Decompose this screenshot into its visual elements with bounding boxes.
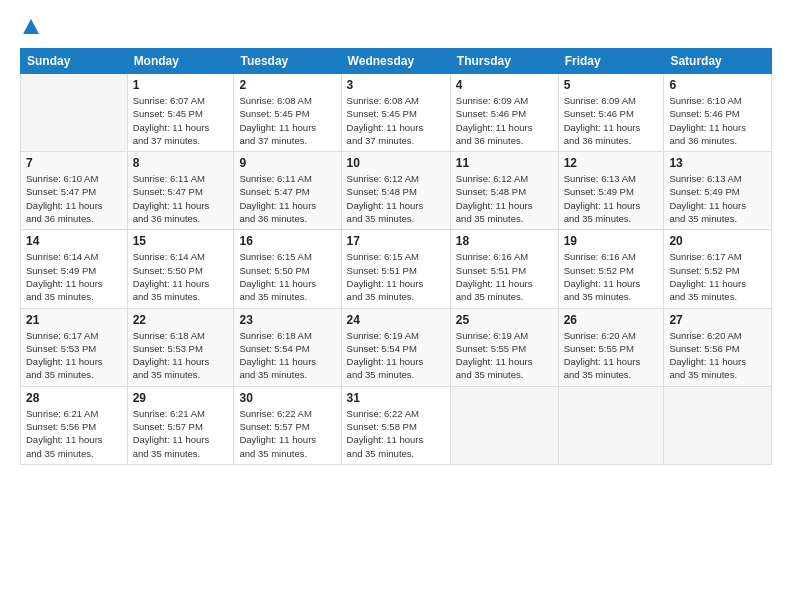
calendar-cell: 1Sunrise: 6:07 AM Sunset: 5:45 PM Daylig… <box>127 74 234 152</box>
day-number: 13 <box>669 156 766 170</box>
day-info: Sunrise: 6:10 AM Sunset: 5:47 PM Dayligh… <box>26 172 122 225</box>
weekday-header-saturday: Saturday <box>664 49 772 74</box>
day-info: Sunrise: 6:18 AM Sunset: 5:53 PM Dayligh… <box>133 329 229 382</box>
calendar-cell: 21Sunrise: 6:17 AM Sunset: 5:53 PM Dayli… <box>21 308 128 386</box>
calendar-cell: 12Sunrise: 6:13 AM Sunset: 5:49 PM Dayli… <box>558 152 664 230</box>
calendar-cell: 15Sunrise: 6:14 AM Sunset: 5:50 PM Dayli… <box>127 230 234 308</box>
calendar-cell: 30Sunrise: 6:22 AM Sunset: 5:57 PM Dayli… <box>234 386 341 464</box>
calendar-week-row: 14Sunrise: 6:14 AM Sunset: 5:49 PM Dayli… <box>21 230 772 308</box>
day-number: 1 <box>133 78 229 92</box>
day-info: Sunrise: 6:08 AM Sunset: 5:45 PM Dayligh… <box>347 94 445 147</box>
day-number: 15 <box>133 234 229 248</box>
day-number: 16 <box>239 234 335 248</box>
calendar-cell: 5Sunrise: 6:09 AM Sunset: 5:46 PM Daylig… <box>558 74 664 152</box>
day-number: 3 <box>347 78 445 92</box>
day-info: Sunrise: 6:17 AM Sunset: 5:52 PM Dayligh… <box>669 250 766 303</box>
day-number: 31 <box>347 391 445 405</box>
day-number: 19 <box>564 234 659 248</box>
calendar-cell <box>450 386 558 464</box>
day-info: Sunrise: 6:09 AM Sunset: 5:46 PM Dayligh… <box>564 94 659 147</box>
calendar-cell: 24Sunrise: 6:19 AM Sunset: 5:54 PM Dayli… <box>341 308 450 386</box>
day-number: 22 <box>133 313 229 327</box>
day-info: Sunrise: 6:22 AM Sunset: 5:57 PM Dayligh… <box>239 407 335 460</box>
calendar-cell: 23Sunrise: 6:18 AM Sunset: 5:54 PM Dayli… <box>234 308 341 386</box>
logo-text <box>20 16 44 38</box>
calendar-table: SundayMondayTuesdayWednesdayThursdayFrid… <box>20 48 772 465</box>
day-number: 24 <box>347 313 445 327</box>
calendar-cell: 8Sunrise: 6:11 AM Sunset: 5:47 PM Daylig… <box>127 152 234 230</box>
day-info: Sunrise: 6:13 AM Sunset: 5:49 PM Dayligh… <box>669 172 766 225</box>
calendar-cell: 6Sunrise: 6:10 AM Sunset: 5:46 PM Daylig… <box>664 74 772 152</box>
day-info: Sunrise: 6:20 AM Sunset: 5:55 PM Dayligh… <box>564 329 659 382</box>
calendar-cell: 31Sunrise: 6:22 AM Sunset: 5:58 PM Dayli… <box>341 386 450 464</box>
day-info: Sunrise: 6:08 AM Sunset: 5:45 PM Dayligh… <box>239 94 335 147</box>
calendar-cell: 13Sunrise: 6:13 AM Sunset: 5:49 PM Dayli… <box>664 152 772 230</box>
day-info: Sunrise: 6:18 AM Sunset: 5:54 PM Dayligh… <box>239 329 335 382</box>
day-number: 11 <box>456 156 553 170</box>
day-number: 23 <box>239 313 335 327</box>
day-info: Sunrise: 6:11 AM Sunset: 5:47 PM Dayligh… <box>133 172 229 225</box>
day-info: Sunrise: 6:15 AM Sunset: 5:50 PM Dayligh… <box>239 250 335 303</box>
calendar-cell <box>21 74 128 152</box>
day-number: 10 <box>347 156 445 170</box>
calendar-cell: 4Sunrise: 6:09 AM Sunset: 5:46 PM Daylig… <box>450 74 558 152</box>
calendar-cell: 28Sunrise: 6:21 AM Sunset: 5:56 PM Dayli… <box>21 386 128 464</box>
day-number: 21 <box>26 313 122 327</box>
calendar-week-row: 28Sunrise: 6:21 AM Sunset: 5:56 PM Dayli… <box>21 386 772 464</box>
calendar-cell: 22Sunrise: 6:18 AM Sunset: 5:53 PM Dayli… <box>127 308 234 386</box>
calendar-header-row: SundayMondayTuesdayWednesdayThursdayFrid… <box>21 49 772 74</box>
day-number: 12 <box>564 156 659 170</box>
calendar-cell: 3Sunrise: 6:08 AM Sunset: 5:45 PM Daylig… <box>341 74 450 152</box>
day-info: Sunrise: 6:09 AM Sunset: 5:46 PM Dayligh… <box>456 94 553 147</box>
day-info: Sunrise: 6:12 AM Sunset: 5:48 PM Dayligh… <box>456 172 553 225</box>
day-info: Sunrise: 6:16 AM Sunset: 5:51 PM Dayligh… <box>456 250 553 303</box>
day-info: Sunrise: 6:11 AM Sunset: 5:47 PM Dayligh… <box>239 172 335 225</box>
calendar-cell: 17Sunrise: 6:15 AM Sunset: 5:51 PM Dayli… <box>341 230 450 308</box>
calendar-cell: 27Sunrise: 6:20 AM Sunset: 5:56 PM Dayli… <box>664 308 772 386</box>
calendar-week-row: 7Sunrise: 6:10 AM Sunset: 5:47 PM Daylig… <box>21 152 772 230</box>
day-number: 5 <box>564 78 659 92</box>
day-info: Sunrise: 6:14 AM Sunset: 5:50 PM Dayligh… <box>133 250 229 303</box>
day-info: Sunrise: 6:21 AM Sunset: 5:57 PM Dayligh… <box>133 407 229 460</box>
svg-marker-0 <box>23 19 39 34</box>
day-info: Sunrise: 6:19 AM Sunset: 5:55 PM Dayligh… <box>456 329 553 382</box>
day-number: 2 <box>239 78 335 92</box>
calendar-page: SundayMondayTuesdayWednesdayThursdayFrid… <box>0 0 792 612</box>
day-info: Sunrise: 6:15 AM Sunset: 5:51 PM Dayligh… <box>347 250 445 303</box>
day-info: Sunrise: 6:12 AM Sunset: 5:48 PM Dayligh… <box>347 172 445 225</box>
calendar-cell <box>664 386 772 464</box>
day-number: 17 <box>347 234 445 248</box>
calendar-cell: 20Sunrise: 6:17 AM Sunset: 5:52 PM Dayli… <box>664 230 772 308</box>
calendar-cell <box>558 386 664 464</box>
day-number: 27 <box>669 313 766 327</box>
day-number: 26 <box>564 313 659 327</box>
day-info: Sunrise: 6:21 AM Sunset: 5:56 PM Dayligh… <box>26 407 122 460</box>
day-number: 28 <box>26 391 122 405</box>
day-info: Sunrise: 6:13 AM Sunset: 5:49 PM Dayligh… <box>564 172 659 225</box>
day-info: Sunrise: 6:22 AM Sunset: 5:58 PM Dayligh… <box>347 407 445 460</box>
day-number: 8 <box>133 156 229 170</box>
calendar-week-row: 21Sunrise: 6:17 AM Sunset: 5:53 PM Dayli… <box>21 308 772 386</box>
weekday-header-wednesday: Wednesday <box>341 49 450 74</box>
logo <box>20 16 44 38</box>
day-info: Sunrise: 6:19 AM Sunset: 5:54 PM Dayligh… <box>347 329 445 382</box>
day-info: Sunrise: 6:17 AM Sunset: 5:53 PM Dayligh… <box>26 329 122 382</box>
calendar-cell: 9Sunrise: 6:11 AM Sunset: 5:47 PM Daylig… <box>234 152 341 230</box>
calendar-cell: 7Sunrise: 6:10 AM Sunset: 5:47 PM Daylig… <box>21 152 128 230</box>
calendar-cell: 11Sunrise: 6:12 AM Sunset: 5:48 PM Dayli… <box>450 152 558 230</box>
weekday-header-sunday: Sunday <box>21 49 128 74</box>
day-number: 4 <box>456 78 553 92</box>
day-info: Sunrise: 6:16 AM Sunset: 5:52 PM Dayligh… <box>564 250 659 303</box>
calendar-cell: 14Sunrise: 6:14 AM Sunset: 5:49 PM Dayli… <box>21 230 128 308</box>
day-number: 20 <box>669 234 766 248</box>
day-info: Sunrise: 6:14 AM Sunset: 5:49 PM Dayligh… <box>26 250 122 303</box>
day-number: 6 <box>669 78 766 92</box>
calendar-cell: 10Sunrise: 6:12 AM Sunset: 5:48 PM Dayli… <box>341 152 450 230</box>
calendar-cell: 26Sunrise: 6:20 AM Sunset: 5:55 PM Dayli… <box>558 308 664 386</box>
day-number: 29 <box>133 391 229 405</box>
day-info: Sunrise: 6:20 AM Sunset: 5:56 PM Dayligh… <box>669 329 766 382</box>
day-number: 18 <box>456 234 553 248</box>
calendar-cell: 18Sunrise: 6:16 AM Sunset: 5:51 PM Dayli… <box>450 230 558 308</box>
calendar-cell: 16Sunrise: 6:15 AM Sunset: 5:50 PM Dayli… <box>234 230 341 308</box>
calendar-cell: 25Sunrise: 6:19 AM Sunset: 5:55 PM Dayli… <box>450 308 558 386</box>
